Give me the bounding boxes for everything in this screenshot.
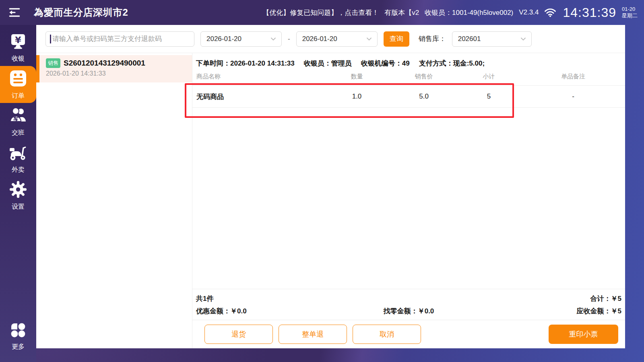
items-table-header: 商品名称 数量 销售价 小计 单品备注 bbox=[192, 68, 625, 86]
order-number: S260120143129490001 bbox=[64, 59, 145, 68]
item-count: 共1件 bbox=[196, 294, 213, 303]
cashier-info: 收银员：1001-49(h5love002) bbox=[425, 8, 513, 17]
selected-indicator-bar bbox=[36, 55, 39, 82]
date-range-separator: - bbox=[288, 35, 290, 43]
detail-spacer bbox=[192, 108, 625, 289]
settings-gear-icon bbox=[9, 180, 27, 200]
clock: 14:31:39 bbox=[563, 5, 616, 20]
shift-handover-icon bbox=[9, 106, 27, 126]
col-price: 销售价 bbox=[392, 73, 456, 80]
search-input[interactable] bbox=[45, 31, 194, 47]
order-list: 销售 S260120143129490001 2026-01-20 14:31:… bbox=[36, 53, 192, 348]
total-amount: 合计：￥5 bbox=[590, 294, 621, 303]
col-subtotal: 小计 bbox=[456, 73, 521, 80]
col-note: 单品备注 bbox=[521, 73, 625, 80]
product-subtotal: 5 bbox=[456, 93, 521, 101]
order-meta-register: 收银机编号：49 bbox=[361, 59, 410, 68]
sales-db-select[interactable]: 202601 bbox=[452, 31, 532, 47]
col-product-name: 商品名称 bbox=[192, 73, 322, 80]
change-amount: 找零金额：￥0.0 bbox=[301, 306, 517, 316]
menu-fold-icon[interactable] bbox=[6, 4, 23, 21]
sidebar-item-more[interactable]: 更多 bbox=[0, 318, 36, 355]
takeout-scooter-icon bbox=[9, 143, 27, 163]
date-to-select[interactable]: 2026-01-20 bbox=[296, 31, 378, 47]
order-summary: 共1件 合计：￥5 优惠金额：￥0.0 找零金额：￥0.0 应收金额：￥5 bbox=[192, 289, 625, 320]
sidebar-item-label: 更多 bbox=[12, 343, 25, 351]
sidebar-item-label: 设置 bbox=[12, 203, 25, 211]
refund-all-button[interactable]: 整单退 bbox=[279, 325, 347, 344]
app-version: V2.3.4 bbox=[519, 8, 539, 16]
cancel-button[interactable]: 取消 bbox=[353, 325, 421, 344]
order-detail-panel: 下单时间：2026-01-20 14:31:33 收银员：管理员 收银机编号：4… bbox=[192, 53, 625, 348]
text-cursor bbox=[50, 35, 51, 43]
sidebar-item-orders[interactable]: 订单 bbox=[0, 66, 36, 103]
date-from-value: 2026-01-20 bbox=[206, 35, 242, 43]
sale-type-badge: 销售 bbox=[46, 58, 60, 68]
action-bar: 退货 整单退 取消 重印小票 bbox=[192, 320, 625, 348]
sidebar-item-takeout[interactable]: 外卖 bbox=[0, 140, 36, 177]
product-price: 5.0 bbox=[392, 93, 456, 101]
search-wrap bbox=[45, 31, 194, 47]
date-to-value: 2026-01-20 bbox=[302, 35, 337, 43]
app-header: 為愛而生分店深圳市2 【优化】修复已知问题】，点击查看！ 有版本【v2 收银员：… bbox=[0, 0, 644, 25]
reprint-receipt-button[interactable]: 重印小票 bbox=[549, 325, 618, 344]
chevron-down-icon bbox=[270, 36, 277, 42]
svg-text:¥: ¥ bbox=[15, 35, 21, 45]
date-from-select[interactable]: 2026-01-20 bbox=[200, 31, 282, 47]
sales-db-value: 202601 bbox=[458, 35, 481, 43]
sidebar-item-label: 外卖 bbox=[12, 166, 25, 174]
sales-db-label: 销售库： bbox=[419, 34, 446, 43]
orders-icon bbox=[9, 69, 27, 89]
order-time: 2026-01-20 14:31:33 bbox=[46, 70, 188, 77]
table-row[interactable]: 无码商品 1.0 5.0 5 - bbox=[192, 86, 625, 108]
main-panel: 2026-01-20 - 2026-01-20 查询 销售库： 202601 销… bbox=[36, 25, 625, 348]
discount-amount: 优惠金额：￥0.0 bbox=[196, 306, 301, 316]
sidebar-item-label: 订单 bbox=[12, 92, 25, 100]
chevron-down-icon bbox=[366, 36, 372, 42]
content-row: 销售 S260120143129490001 2026-01-20 14:31:… bbox=[36, 53, 625, 348]
due-amount: 应收金额：￥5 bbox=[517, 306, 621, 316]
cash-register-icon: ¥ bbox=[9, 32, 27, 52]
sidebar-item-settings[interactable]: 设置 bbox=[0, 177, 36, 214]
sidebar-item-cashier[interactable]: ¥ 收银 bbox=[0, 29, 36, 66]
query-button[interactable]: 查询 bbox=[384, 31, 409, 47]
refund-button[interactable]: 退货 bbox=[204, 325, 273, 344]
update-notice[interactable]: 【优化】修复已知问题】，点击查看！ bbox=[262, 8, 379, 17]
order-meta-time: 下单时间：2026-01-20 14:31:33 bbox=[196, 59, 295, 68]
col-qty: 数量 bbox=[322, 73, 392, 80]
product-qty: 1.0 bbox=[322, 93, 392, 101]
sidebar-item-label: 收银 bbox=[12, 55, 25, 63]
order-list-item[interactable]: 销售 S260120143129490001 2026-01-20 14:31:… bbox=[36, 55, 192, 82]
sidebar: ¥ 收银 订单 bbox=[0, 25, 36, 362]
order-meta-row: 下单时间：2026-01-20 14:31:33 收银员：管理员 收银机编号：4… bbox=[192, 53, 625, 68]
chevron-down-icon bbox=[520, 36, 526, 42]
wifi-icon bbox=[544, 8, 556, 17]
product-name: 无码商品 bbox=[192, 92, 322, 101]
more-grid-icon bbox=[10, 322, 27, 340]
product-note: - bbox=[521, 93, 625, 101]
order-meta-payment: 支付方式：现金:5.00; bbox=[419, 59, 485, 68]
version-hint: 有版本【v2 bbox=[384, 8, 419, 17]
store-title: 為愛而生分店深圳市2 bbox=[34, 6, 128, 19]
order-meta-cashier: 收银员：管理员 bbox=[304, 59, 352, 68]
sidebar-item-label: 交班 bbox=[12, 129, 25, 137]
sidebar-item-shift[interactable]: 交班 bbox=[0, 103, 36, 140]
date-weekday: 01-20 星期二 bbox=[622, 6, 638, 19]
filter-bar: 2026-01-20 - 2026-01-20 查询 销售库： 202601 bbox=[36, 25, 625, 53]
